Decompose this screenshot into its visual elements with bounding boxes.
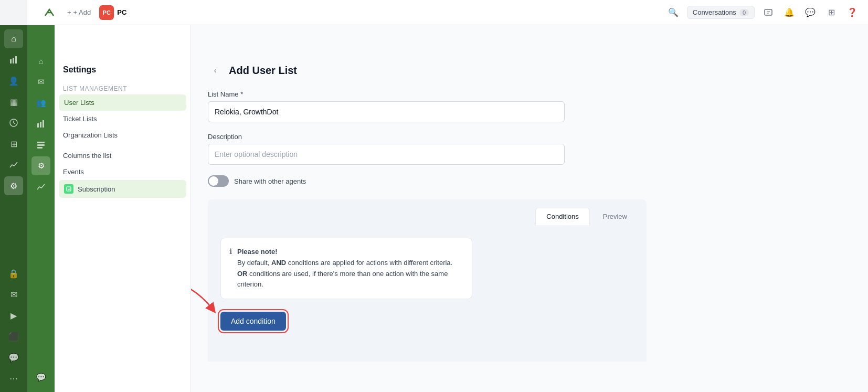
grid-icon[interactable]: ⊞ bbox=[824, 5, 839, 20]
svg-rect-6 bbox=[37, 123, 39, 128]
back-button[interactable]: ‹ bbox=[208, 63, 223, 78]
second-nav-chat[interactable]: 💬 bbox=[31, 368, 50, 387]
second-nav-analytics2[interactable] bbox=[31, 177, 50, 196]
sidebar-item-events[interactable]: Events bbox=[55, 164, 190, 180]
nav-contacts[interactable]: 👤 bbox=[4, 71, 23, 90]
subscription-icon bbox=[64, 184, 73, 194]
sidebar-item-user-lists[interactable]: User Lists bbox=[59, 94, 186, 111]
nav-security[interactable]: 🔒 bbox=[4, 264, 23, 283]
tab-conditions[interactable]: Conditions bbox=[535, 208, 589, 225]
subscription-label: Subscription bbox=[78, 185, 115, 193]
description-label: Description bbox=[208, 133, 647, 141]
nav-chart[interactable] bbox=[4, 155, 23, 174]
info-icon: ℹ bbox=[229, 247, 232, 290]
svg-rect-9 bbox=[37, 142, 45, 143]
second-nav-contacts[interactable]: 👥 bbox=[31, 93, 50, 112]
list-name-group: List Name * bbox=[208, 90, 647, 122]
share-toggle[interactable] bbox=[208, 175, 229, 187]
help-icon[interactable]: ❓ bbox=[845, 5, 860, 20]
svg-rect-1 bbox=[765, 9, 772, 15]
nav-dashboard[interactable]: ▦ bbox=[4, 92, 23, 111]
svg-rect-2 bbox=[10, 59, 12, 63]
add-condition-button[interactable]: Add condition bbox=[220, 312, 286, 331]
nav-chat2[interactable]: 💬 bbox=[4, 348, 23, 367]
workspace-badge: PC PC bbox=[99, 5, 126, 20]
main-content: ‹ Add User List List Name * Description … bbox=[191, 25, 868, 392]
svg-rect-10 bbox=[37, 144, 45, 146]
nav-analytics[interactable] bbox=[4, 113, 23, 132]
info-text: Please note! By default, AND conditions … bbox=[237, 247, 463, 290]
add-condition-wrapper: Add condition bbox=[220, 312, 286, 331]
second-nav-settings[interactable]: ⚙ bbox=[31, 156, 50, 175]
svg-rect-11 bbox=[37, 147, 43, 149]
svg-rect-7 bbox=[40, 122, 41, 128]
tabs-bar: Conditions Preview bbox=[216, 208, 638, 225]
second-nav-home[interactable]: ⌂ bbox=[31, 51, 50, 70]
second-nav-mail[interactable]: ✉ bbox=[31, 72, 50, 91]
sidebar-item-organization-lists[interactable]: Organization Lists bbox=[55, 127, 190, 143]
organization-lists-label: Organization Lists bbox=[63, 131, 118, 139]
share-toggle-label: Share with other agents bbox=[234, 177, 306, 185]
nav-reports[interactable] bbox=[4, 50, 23, 69]
info-box: ℹ Please note! By default, AND condition… bbox=[220, 238, 472, 299]
conditions-panel: ℹ Please note! By default, AND condition… bbox=[208, 225, 647, 362]
top-bar-right: 🔍 Conversations 0 🔔 💬 ⊞ ❓ bbox=[666, 5, 860, 20]
nav-apps[interactable]: ⬛ bbox=[4, 327, 23, 346]
primary-nav: ⌂ 👤 ▦ ⊞ ⚙ 🔒 ✉ ▶ ⬛ 💬 ⋯ bbox=[0, 25, 27, 392]
sidebar-item-columns[interactable]: Columns the list bbox=[55, 147, 190, 164]
nav-grid2[interactable]: ⊞ bbox=[4, 134, 23, 153]
conversations-button[interactable]: Conversations 0 bbox=[687, 6, 755, 19]
please-note-label: Please note! bbox=[237, 248, 278, 256]
workspace-label: PC bbox=[117, 8, 126, 16]
list-name-label: List Name * bbox=[208, 90, 647, 98]
chat-icon[interactable]: 💬 bbox=[803, 5, 818, 20]
nav-email[interactable]: ✉ bbox=[4, 285, 23, 304]
top-bar: + + Add PC PC 🔍 Conversations 0 🔔 💬 ⊞ ❓ bbox=[27, 0, 868, 25]
add-label: + Add bbox=[73, 8, 91, 16]
tab-preview[interactable]: Preview bbox=[592, 208, 638, 225]
workspace-icon: PC bbox=[99, 5, 114, 20]
user-lists-label: User Lists bbox=[64, 99, 94, 107]
annotation-arrow bbox=[191, 275, 220, 317]
list-management-label: List Management bbox=[55, 81, 190, 94]
sidebar-title: Settings bbox=[55, 57, 190, 81]
nav-media[interactable]: ▶ bbox=[4, 306, 23, 325]
description-input[interactable] bbox=[208, 144, 565, 165]
share-toggle-row: Share with other agents bbox=[208, 175, 647, 187]
add-button[interactable]: + + Add bbox=[63, 6, 95, 18]
sidebar-item-subscription[interactable]: Subscription bbox=[59, 180, 186, 198]
secondary-nav: ⌂ ✉ 👥 ⚙ 💬 bbox=[27, 25, 55, 392]
nav-settings[interactable]: ⚙ bbox=[4, 176, 23, 195]
plus-icon: + bbox=[67, 8, 71, 16]
settings-sidebar: Settings List Management User Lists Tick… bbox=[55, 25, 191, 392]
tabs-container: Conditions Preview bbox=[208, 199, 647, 225]
events-label: Events bbox=[63, 168, 84, 176]
app-logo bbox=[42, 5, 57, 20]
conversations-label: Conversations bbox=[693, 8, 736, 16]
bell-icon[interactable]: 🔔 bbox=[782, 5, 797, 20]
description-group: Description bbox=[208, 133, 647, 165]
svg-rect-3 bbox=[13, 58, 14, 63]
second-nav-chart[interactable] bbox=[31, 114, 50, 133]
columns-label: Columns the list bbox=[63, 152, 111, 160]
svg-rect-8 bbox=[43, 120, 44, 128]
page-title: Add User List bbox=[229, 65, 297, 77]
list-name-input[interactable] bbox=[208, 101, 565, 122]
svg-rect-4 bbox=[15, 56, 17, 63]
nav-home[interactable]: ⌂ bbox=[4, 29, 23, 48]
second-nav-list[interactable] bbox=[31, 135, 50, 154]
page-header: ‹ Add User List bbox=[208, 63, 647, 78]
search-icon[interactable]: 🔍 bbox=[666, 5, 681, 20]
conversations-count: 0 bbox=[739, 9, 749, 16]
ticket-lists-label: Ticket Lists bbox=[63, 115, 97, 123]
sidebar-item-ticket-lists[interactable]: Ticket Lists bbox=[55, 111, 190, 127]
compose-icon[interactable] bbox=[761, 5, 776, 20]
nav-more[interactable]: ⋯ bbox=[4, 369, 23, 388]
